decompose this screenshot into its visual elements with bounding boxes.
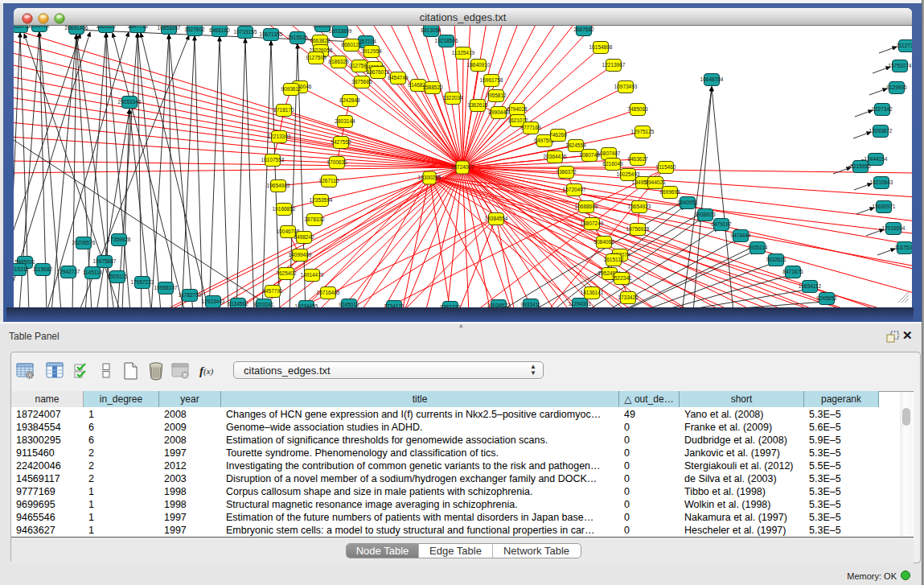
svg-text:8944021: 8944021	[645, 179, 666, 185]
svg-text:12353594: 12353594	[310, 197, 333, 203]
svg-text:2803144: 2803144	[335, 118, 355, 124]
svg-text:8471676: 8471676	[782, 269, 803, 274]
svg-text:3267110: 3267110	[319, 178, 339, 183]
svg-text:6216049: 6216049	[602, 161, 623, 167]
svg-text:14914479: 14914479	[301, 272, 324, 278]
svg-text:9127509: 9127509	[306, 55, 326, 60]
svg-text:8990448: 8990448	[488, 109, 509, 115]
svg-text:8938923: 8938923	[695, 212, 716, 217]
svg-text:9933411: 9933411	[521, 302, 541, 307]
svg-text:9427552: 9427552	[331, 139, 351, 145]
svg-text:20206576: 20206576	[72, 240, 96, 245]
svg-text:9245652: 9245652	[816, 295, 837, 301]
svg-text:10719155: 10719155	[234, 29, 257, 35]
svg-text:1640951: 1640951	[677, 200, 698, 205]
svg-text:2522341: 2522341	[611, 275, 632, 281]
svg-text:(x): (x)	[203, 366, 214, 377]
svg-text:17359928: 17359928	[108, 237, 131, 242]
svg-text:3875685: 3875685	[351, 79, 372, 84]
svg-text:9699695: 9699695	[659, 189, 680, 195]
svg-text:12093872: 12093872	[869, 128, 893, 134]
svg-text:9245012: 9245012	[339, 302, 359, 307]
svg-text:9227342: 9227342	[872, 106, 893, 112]
svg-text:19384554: 19384554	[485, 216, 508, 221]
svg-text:1498242: 1498242	[294, 234, 314, 240]
svg-text:7663822: 7663822	[310, 38, 331, 43]
svg-text:1700631: 1700631	[326, 159, 347, 165]
svg-text:7515526: 7515526	[287, 35, 308, 40]
svg-text:16648784: 16648784	[700, 76, 724, 82]
svg-text:1733426: 1733426	[618, 295, 639, 300]
svg-text:18300295: 18300295	[418, 175, 441, 180]
svg-text:19218506: 19218506	[435, 38, 458, 43]
svg-text:8660123: 8660123	[341, 42, 362, 47]
svg-text:1065327: 1065327	[96, 26, 117, 29]
svg-text:16154808: 16154808	[589, 44, 613, 50]
svg-text:15751074: 15751074	[889, 63, 912, 68]
svg-text:9084067: 9084067	[593, 239, 614, 245]
svg-text:18640910: 18640910	[467, 62, 491, 68]
svg-text:9129906: 9129906	[886, 84, 907, 90]
svg-text:3824554: 3824554	[565, 142, 586, 148]
svg-text:9115460: 9115460	[656, 164, 676, 170]
svg-text:14136141: 14136141	[581, 290, 604, 295]
svg-text:12213967: 12213967	[602, 62, 626, 68]
svg-text:23676018: 23676018	[367, 69, 390, 75]
svg-text:9093612: 9093612	[281, 86, 302, 92]
svg-text:9457791: 9457791	[262, 288, 283, 294]
svg-text:10975887: 10975887	[93, 258, 117, 264]
svg-text:10654112: 10654112	[799, 283, 822, 289]
svg-text:8454749: 8454749	[388, 75, 409, 80]
svg-text:19654985: 19654985	[267, 183, 290, 188]
svg-text:7632621: 7632621	[766, 257, 786, 262]
svg-text:6466160: 6466160	[209, 27, 230, 33]
svg-text:6794028: 6794028	[507, 106, 528, 112]
svg-text:12975125: 12975125	[631, 129, 655, 134]
svg-text:9134562: 9134562	[228, 301, 248, 307]
svg-text:19756928: 19756928	[626, 226, 650, 232]
svg-text:8203341: 8203341	[253, 302, 274, 307]
svg-text:1322034: 1322034	[442, 95, 463, 101]
svg-text:16961758: 16961758	[480, 77, 503, 83]
svg-text:15692971: 15692971	[873, 204, 896, 209]
svg-text:4055712: 4055712	[14, 26, 31, 29]
svg-text:3912954: 3912954	[361, 48, 382, 54]
svg-text:29053346: 29053346	[118, 99, 142, 105]
svg-text:3915311: 3915311	[14, 266, 29, 272]
svg-text:9474444: 9474444	[730, 233, 751, 238]
svg-text:8242848: 8242848	[339, 97, 360, 103]
svg-text:17957223: 17957223	[131, 279, 154, 285]
svg-text:20364436: 20364436	[544, 154, 567, 159]
svg-text:10025493: 10025493	[617, 171, 640, 177]
svg-text:9463627: 9463627	[627, 156, 648, 162]
svg-text:6479197: 6479197	[711, 221, 732, 227]
svg-text:15720407: 15720407	[563, 187, 586, 192]
svg-text:18807249: 18807249	[581, 220, 604, 226]
svg-text:20691406: 20691406	[65, 26, 88, 31]
svg-text:19166852: 19166852	[273, 206, 296, 212]
svg-text:11325419: 11325419	[452, 50, 475, 56]
svg-text:10807487: 10807487	[598, 150, 621, 156]
svg-text:10688609: 10688609	[575, 204, 598, 209]
svg-text:1112733: 1112733	[897, 43, 912, 48]
svg-text:1847733: 1847733	[127, 26, 148, 29]
svg-text:9777169: 9777169	[520, 125, 541, 130]
svg-text:16033809: 16033809	[329, 28, 352, 34]
svg-text:746266: 746266	[549, 132, 567, 138]
svg-text:3215955: 3215955	[850, 163, 871, 169]
svg-text:12942737: 12942737	[57, 269, 80, 274]
svg-text:14099489: 14099489	[289, 252, 312, 257]
svg-text:10671355: 10671355	[260, 31, 283, 37]
svg-text:15716485: 15716485	[317, 290, 340, 295]
svg-text:1145114: 1145114	[83, 270, 103, 275]
svg-text:16210643: 16210643	[870, 179, 893, 185]
svg-text:7485063: 7485063	[627, 106, 648, 112]
svg-text:1588520: 1588520	[422, 84, 443, 90]
svg-text:2935114: 2935114	[748, 245, 768, 250]
svg-text:16782759: 16782759	[179, 292, 202, 298]
svg-text:16107553: 16107553	[261, 157, 285, 163]
svg-text:1167533: 1167533	[895, 245, 912, 250]
svg-text:2687682: 2687682	[573, 27, 594, 32]
svg-text:7955812: 7955812	[486, 93, 507, 98]
svg-text:11294301: 11294301	[569, 301, 592, 307]
